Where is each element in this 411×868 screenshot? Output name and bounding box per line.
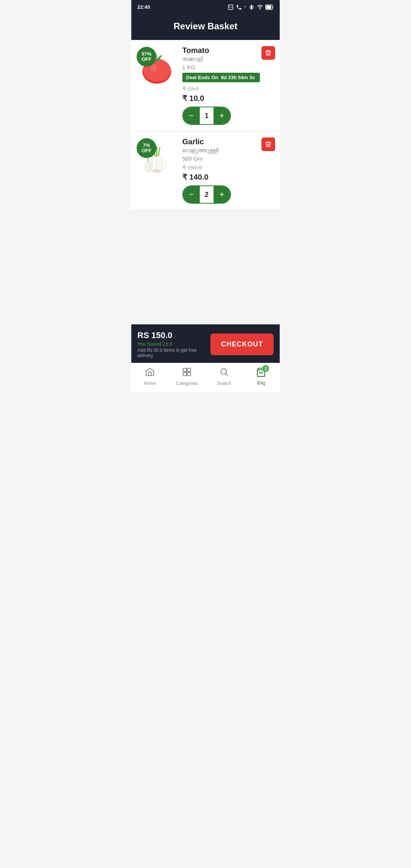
garlic-delete-btn[interactable] [261, 137, 275, 151]
vibrate-icon [249, 4, 255, 10]
tomato-delete-icon [265, 49, 272, 56]
nav-item-home[interactable]: Home [131, 367, 169, 386]
nav-label-bag: Bag [257, 380, 265, 386]
status-icons: · [228, 3, 274, 11]
tomato-name-local: തക്കാളി [182, 56, 260, 62]
bag-badge: 2 [262, 365, 269, 372]
gallery-icon [228, 4, 234, 10]
garlic-image-container: 7% OFF [136, 137, 178, 183]
cart-item-garlic: 7% OFF [131, 131, 280, 210]
tomato-qty-container: − 1 + [182, 107, 231, 125]
svg-rect-17 [183, 372, 187, 376]
svg-point-13 [152, 169, 161, 173]
garlic-discount-badge: 7% OFF [137, 138, 156, 158]
bottom-nav: Home Categories Search [131, 363, 280, 392]
tomato-deal-banner: Deal Ends On 8d 23h 54m 3s [182, 73, 260, 82]
garlic-name-local: വെളുത്തുള്ളി [182, 147, 260, 154]
saved-text: You Saved 23.0 [137, 341, 206, 347]
svg-rect-2 [251, 5, 252, 10]
tomato-current-price: ₹ 10.0 [182, 94, 260, 103]
nav-item-bag[interactable]: 2 Bag [243, 367, 280, 386]
svg-rect-16 [187, 368, 191, 372]
tomato-image-container: 57% OFF [136, 46, 178, 92]
garlic-current-price: ₹ 140.0 [182, 172, 260, 182]
svg-rect-15 [183, 368, 187, 372]
garlic-decrease-btn[interactable]: − [183, 186, 200, 203]
tomato-qty-value: 1 [200, 107, 213, 124]
svg-point-14 [145, 161, 152, 172]
garlic-name: Garlic [182, 137, 260, 146]
dot-icon: · [244, 3, 246, 11]
nav-label-search: Search [217, 381, 231, 386]
svg-rect-18 [187, 372, 191, 376]
bag-icon-wrapper: 2 [256, 367, 266, 379]
page-header: Review Basket [131, 14, 280, 40]
wifi-calling-icon [236, 4, 242, 10]
cart-item-tomato: 57% OFF Tomato തക്കാളി 1 KG Deal En [131, 40, 280, 131]
svg-point-5 [260, 9, 260, 9]
nav-item-categories[interactable]: Categories [169, 367, 206, 386]
tomato-delete-btn[interactable] [261, 46, 275, 60]
empty-space [131, 210, 280, 324]
cart-items-list: 57% OFF Tomato തക്കാളി 1 KG Deal En [131, 40, 280, 210]
nav-label-home: Home [144, 381, 156, 386]
battery-icon [265, 5, 274, 10]
page-title: Review Basket [174, 21, 237, 31]
tomato-name: Tomato [182, 46, 260, 55]
tomato-weight: 1 KG [182, 64, 260, 70]
svg-rect-7 [266, 5, 271, 9]
checkout-button[interactable]: CHECKOUT [210, 333, 274, 355]
status-bar: 22:40 · [131, 0, 280, 14]
nav-label-categories: Categories [176, 381, 198, 386]
free-delivery-text: Add Rs 50.0 items to get free delivery [137, 348, 206, 358]
status-time: 22:40 [137, 4, 150, 10]
garlic-original-price: ₹ 150.0 [182, 164, 260, 171]
garlic-qty-container: − 2 + [182, 185, 231, 204]
tomato-increase-btn[interactable]: + [213, 107, 230, 124]
home-icon [145, 367, 155, 379]
total-price: RS 150.0 [137, 330, 206, 340]
tomato-deal-time: 8d 23h 54m 3s [221, 75, 255, 80]
tomato-decrease-btn[interactable]: − [183, 107, 200, 124]
tomato-original-price: ₹ 23.0 [182, 85, 260, 92]
garlic-qty-value: 2 [200, 186, 213, 203]
garlic-weight: 500 Gm [182, 155, 260, 162]
wifi-icon [257, 4, 263, 10]
garlic-quantity-controls: − 2 + [182, 185, 260, 204]
tomato-discount-badge: 57% OFF [137, 47, 156, 67]
nav-item-search[interactable]: Search [206, 367, 243, 386]
search-icon [219, 367, 229, 379]
tomato-quantity-controls: − 1 + [182, 107, 260, 125]
bottom-summary-bar: RS 150.0 You Saved 23.0 Add Rs 50.0 item… [131, 324, 280, 363]
svg-rect-3 [250, 6, 250, 9]
garlic-delete-icon [265, 141, 272, 148]
garlic-increase-btn[interactable]: + [213, 186, 230, 203]
svg-rect-4 [253, 6, 253, 9]
summary-left: RS 150.0 You Saved 23.0 Add Rs 50.0 item… [137, 330, 206, 358]
categories-icon [182, 367, 192, 379]
